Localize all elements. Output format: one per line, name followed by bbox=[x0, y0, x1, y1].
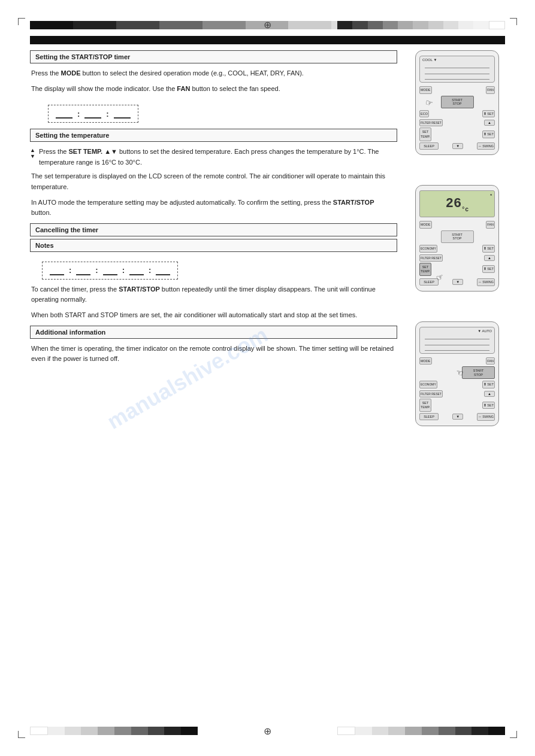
remote2-set-fan2-btn[interactable]: ⬆ SET bbox=[482, 265, 495, 273]
display-dash-2 bbox=[84, 109, 101, 119]
corner-mark-tr bbox=[510, 18, 517, 25]
remote2-mode-btn[interactable]: MODE bbox=[419, 221, 432, 229]
sub-header-section3b-text: Notes bbox=[35, 242, 54, 249]
cs-block bbox=[372, 727, 389, 735]
remote3-auto-label: ▼ AUTO bbox=[477, 329, 492, 333]
remote3-set-fan2-btn[interactable]: ⬆ SET bbox=[482, 402, 495, 409]
remote2-container: 26 °c * MODE FAN STARTSTOP bbox=[409, 185, 505, 291]
display-line bbox=[425, 65, 489, 68]
remote2-filter-row: FILTER RESET ▲ bbox=[419, 254, 495, 262]
cs-block bbox=[202, 21, 246, 29]
remote1-set-fan2-btn[interactable]: ⬆ SET bbox=[482, 130, 495, 138]
body-line-1-1: Press the MODE button to select the desi… bbox=[31, 68, 396, 79]
arrow-and-text: ▲ ▼ Press the SET TEMP. ▲▼ buttons to se… bbox=[30, 147, 397, 168]
remote3-sleep-btn[interactable]: SLEEP bbox=[419, 413, 439, 420]
remote2-arrow-down-btn[interactable]: ▼ bbox=[452, 279, 463, 285]
remote3-economy-btn[interactable]: ECONOMY bbox=[419, 381, 437, 388]
cs-block bbox=[383, 21, 398, 29]
remote2-lcd-star: * bbox=[489, 193, 492, 198]
remote2-economy-btn[interactable]: ECONOMY bbox=[419, 245, 437, 253]
remote3-arrow-up-btn[interactable]: ▲ bbox=[484, 391, 495, 397]
remote2-arrow-up-btn[interactable]: ▲ bbox=[484, 255, 495, 261]
cs-block bbox=[337, 21, 352, 29]
remote1-eco-btn[interactable]: ECO bbox=[419, 110, 429, 118]
remote3-set-fan-btn[interactable]: ⬆ SET bbox=[482, 381, 495, 388]
section-header-bar bbox=[30, 36, 505, 44]
cs-block bbox=[73, 21, 116, 29]
display-dash-7 bbox=[129, 266, 144, 275]
remote1-set-fan-btn[interactable]: ⬆ SET bbox=[482, 110, 495, 118]
arrow-control[interactable]: ▲ ▼ bbox=[30, 148, 35, 160]
cs-block bbox=[405, 727, 422, 735]
cs-block bbox=[30, 21, 73, 29]
remote2-sleep-btn[interactable]: SLEEP bbox=[419, 278, 439, 286]
cs-block bbox=[428, 21, 443, 29]
remote3-btn-row1: MODE FAN bbox=[419, 357, 495, 365]
display-box-1: : : bbox=[48, 105, 138, 123]
corner-mark-bl bbox=[18, 731, 25, 738]
remote1-fan-btn[interactable]: FAN bbox=[486, 86, 495, 94]
color-strip-bottom-left bbox=[30, 727, 198, 735]
remote3-start-stop-btn[interactable]: STARTSTOP bbox=[462, 366, 495, 379]
section1-body: Press the MODE button to select the desi… bbox=[30, 68, 397, 79]
sub-header-section2-text: Setting the temperature bbox=[35, 132, 109, 139]
display-dash-6 bbox=[103, 266, 117, 275]
remote3-filter-reset-btn[interactable]: FILTER RESET bbox=[419, 390, 443, 397]
cs-block bbox=[471, 727, 488, 735]
remote3-set-temp-btn[interactable]: SETTEMP. bbox=[419, 399, 431, 412]
remote2-lcd-value: 26 bbox=[446, 196, 461, 211]
remote3: ▼ AUTO MODE FAN STARTSTOP bbox=[415, 321, 499, 426]
display-box-2: : : : : bbox=[42, 262, 178, 280]
sub-header-section2: Setting the temperature bbox=[30, 129, 397, 142]
cs-block bbox=[114, 727, 131, 735]
cs-block bbox=[413, 21, 428, 29]
sub-header-section1-text: Setting the START/STOP timer bbox=[35, 53, 130, 60]
remote1-filter-row: FILTER RESET ▲ bbox=[419, 119, 495, 126]
remote1: COOL ▼ MODE FAN bbox=[415, 50, 499, 155]
cs-block bbox=[398, 21, 413, 29]
remote3-arrow-down-btn[interactable]: ▼ bbox=[452, 414, 463, 420]
remote2-fan-btn[interactable]: FAN bbox=[486, 221, 495, 229]
display-dash-1 bbox=[56, 109, 72, 119]
remote1-sleep-btn[interactable]: SLEEP bbox=[419, 142, 439, 150]
cs-block bbox=[148, 727, 165, 735]
remote1-filter-reset-btn[interactable]: FILTER RESET bbox=[419, 119, 443, 126]
display-dash-8 bbox=[156, 266, 170, 275]
remote2-start-stop-btn[interactable]: STARTSTOP bbox=[441, 230, 474, 243]
cs-block bbox=[131, 727, 148, 735]
remote3-mode-btn[interactable]: MODE bbox=[419, 357, 432, 365]
display-colon-5: : bbox=[122, 266, 125, 275]
cs-block bbox=[443, 21, 458, 29]
sub-header-section3b: Notes bbox=[30, 239, 397, 252]
remote1-mode-btn[interactable]: MODE bbox=[419, 86, 432, 94]
cs-block bbox=[159, 21, 202, 29]
remote1-arrow-down-btn[interactable]: ▼ bbox=[452, 143, 463, 149]
remote1-set-temp-btn[interactable]: SETTEMP. bbox=[419, 127, 431, 141]
remote2-swing-btn[interactable]: ↔ SWING bbox=[477, 278, 495, 286]
remote1-finger-icon: ☞ bbox=[424, 97, 434, 108]
remote3-fan-btn[interactable]: FAN bbox=[486, 357, 495, 365]
remote2-bottom-row: SLEEP ▼ ↔ SWING bbox=[419, 278, 495, 286]
remote2-set-temp-btn[interactable]: SETTEMP. bbox=[419, 263, 431, 276]
corner-mark-tl bbox=[18, 18, 25, 25]
remote2-btn-row1: MODE FAN bbox=[419, 221, 495, 229]
cs-block bbox=[368, 21, 383, 29]
remote3-swing-btn[interactable]: ↔ SWING bbox=[477, 413, 495, 421]
display-dash-5 bbox=[76, 266, 90, 275]
remote1-display: COOL ▼ bbox=[419, 56, 495, 83]
display-colon-2: : bbox=[106, 110, 108, 119]
remote1-start-stop-btn[interactable]: STARTSTOP bbox=[441, 96, 474, 108]
display-colon-3: : bbox=[69, 266, 71, 275]
remote1-arrow-up-btn[interactable]: ▲ bbox=[484, 120, 495, 126]
remote2-lcd-unit: °c bbox=[461, 207, 468, 213]
remote2-filter-reset-btn[interactable]: FILTER RESET bbox=[419, 254, 443, 262]
remote1-swing-btn[interactable]: ↔ SWING bbox=[477, 142, 495, 150]
remote3-display: ▼ AUTO bbox=[419, 327, 495, 354]
color-strip-top-right bbox=[337, 21, 505, 29]
remote2-set-fan-btn[interactable]: ⬆ SET bbox=[482, 245, 495, 253]
section2-body2: The set temperature is displayed on the … bbox=[30, 171, 397, 192]
remote1-btn-row1: MODE FAN bbox=[419, 86, 495, 94]
arrow-down-icon[interactable]: ▼ bbox=[30, 154, 35, 160]
remote2-lcd: 26 °c * bbox=[419, 190, 495, 217]
section1-body2: The display will show the mode indicator… bbox=[30, 84, 397, 95]
